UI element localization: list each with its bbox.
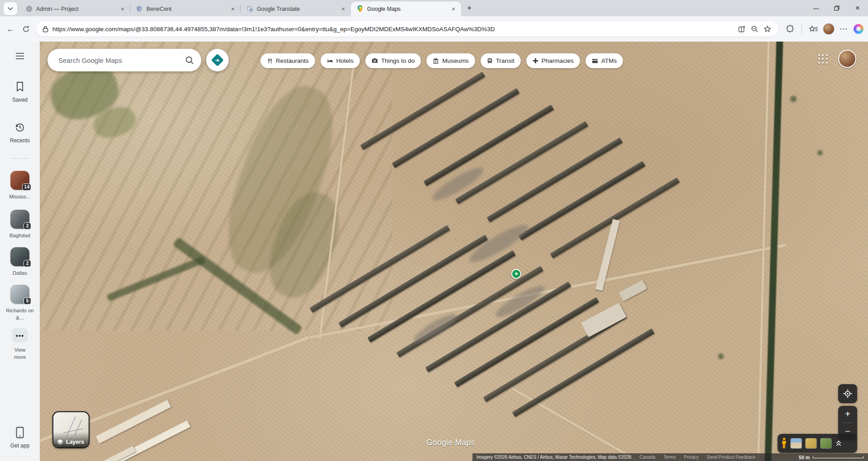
- chip-label: Restaurants: [276, 57, 309, 64]
- scale-label: 50 m: [799, 455, 810, 460]
- layers-control[interactable]: Layers: [52, 411, 90, 448]
- settings-ellipsis-icon[interactable]: ⋯: [836, 21, 852, 37]
- ellipsis-icon: •••: [12, 328, 28, 343]
- pegman-icon[interactable]: [781, 437, 787, 449]
- atm-card-icon: [592, 58, 598, 64]
- recent-place-baghdad[interactable]: 2 Baghdad: [0, 210, 40, 240]
- sidebar-item-recents[interactable]: Recents: [0, 122, 40, 144]
- chip-transit[interactable]: Transit: [481, 53, 521, 68]
- favorite-star-icon[interactable]: [761, 23, 774, 35]
- layers-label: Layers: [66, 439, 84, 445]
- sidebar-item-saved[interactable]: Saved: [0, 81, 40, 103]
- get-app-label: Get app: [10, 442, 30, 449]
- tab-google-maps-active[interactable]: Google Maps ×: [351, 1, 461, 16]
- minimize-button[interactable]: —: [806, 0, 826, 16]
- saved-label: Saved: [12, 96, 28, 103]
- imagery-toolbar: [778, 434, 857, 453]
- category-chips: Restaurants Hotels Things to do Museums …: [260, 53, 623, 68]
- imagery-option-default[interactable]: [790, 438, 802, 449]
- search-box[interactable]: Search Google Maps: [47, 49, 201, 71]
- refresh-button[interactable]: [18, 21, 33, 37]
- tree-row: [718, 353, 724, 359]
- chip-label: Transit: [496, 57, 514, 64]
- chip-hotels[interactable]: Hotels: [321, 53, 360, 68]
- phone-icon: [16, 427, 24, 438]
- place-badge: 2: [24, 222, 31, 230]
- satellite-map[interactable]: ⚑ Search Google Maps ➜ Restaurants Hotel…: [40, 42, 868, 461]
- chip-things-to-do[interactable]: Things to do: [365, 53, 421, 68]
- new-tab-button[interactable]: +: [463, 2, 476, 15]
- search-icon[interactable]: [185, 56, 194, 65]
- extensions-puzzle-icon[interactable]: [783, 21, 798, 37]
- chip-label: ATMs: [601, 57, 617, 64]
- train-icon: [487, 58, 493, 64]
- chip-museums[interactable]: Museums: [426, 53, 475, 68]
- imagery-credits: Imagery ©2026 Airbus, CNES / Airbus, Max…: [476, 455, 632, 460]
- place-badge: 14: [22, 183, 31, 191]
- close-tab-icon[interactable]: ×: [339, 5, 347, 13]
- tab-title: Google Maps: [367, 6, 446, 12]
- split-screen-icon[interactable]: [736, 23, 748, 35]
- view-more-label: View more: [10, 347, 30, 361]
- google-maps-pin-icon: [356, 5, 363, 13]
- shield-icon: [136, 5, 143, 13]
- favorites-bar-icon[interactable]: [806, 21, 821, 37]
- tab-google-translate[interactable]: Aa Google Translate ×: [241, 1, 351, 16]
- privacy-link[interactable]: Privacy: [684, 455, 699, 460]
- refresh-icon: [22, 25, 30, 33]
- copilot-icon[interactable]: [854, 24, 863, 34]
- sidebar-get-app[interactable]: Get app: [0, 427, 40, 449]
- terms-link[interactable]: Terms: [664, 455, 676, 460]
- account-avatar[interactable]: [838, 50, 856, 68]
- tab-benecent[interactable]: BeneCent ×: [130, 1, 241, 16]
- recent-place-dallas[interactable]: 2 Dallas: [0, 247, 40, 277]
- chip-label: Things to do: [381, 57, 415, 64]
- camera-icon: [372, 58, 378, 64]
- chip-label: Hotels: [336, 57, 354, 64]
- tree-row: [790, 96, 797, 102]
- hotels-icon: [327, 58, 333, 64]
- collapse-chevron-icon[interactable]: [836, 440, 841, 447]
- tab-title: Admin — Project: [36, 6, 115, 12]
- place-label: Mississ...: [9, 193, 30, 201]
- tab-admin-project[interactable]: Admin — Project ×: [20, 1, 130, 16]
- attribution-bar: Imagery ©2026 Airbus, CNES / Airbus, Max…: [472, 453, 868, 461]
- chevron-down-icon: [8, 7, 13, 10]
- recent-place-mississauga[interactable]: 14 Mississ...: [0, 171, 40, 201]
- back-button[interactable]: ←: [3, 21, 18, 37]
- recent-place-richardson[interactable]: 5 Richards on &...: [0, 285, 40, 321]
- zoom-out-page-icon[interactable]: [748, 23, 761, 35]
- address-bar[interactable]: https://www.google.com/maps/@33.8086736,…: [36, 21, 778, 37]
- chip-label: Pharmacies: [542, 57, 574, 64]
- close-tab-icon[interactable]: ×: [118, 5, 127, 13]
- place-badge: 5: [24, 297, 31, 305]
- google-apps-grid-icon[interactable]: [818, 54, 828, 64]
- close-tab-icon[interactable]: ×: [449, 5, 458, 13]
- google-maps-watermark: Google Maps: [426, 438, 475, 447]
- map-marker-green[interactable]: ⚑: [511, 269, 521, 279]
- browser-profile-avatar[interactable]: [823, 23, 835, 35]
- zoom-in-button[interactable]: +: [838, 406, 857, 423]
- feedback-link[interactable]: Send Product Feedback: [707, 455, 755, 460]
- recents-label: Recents: [10, 137, 30, 144]
- search-input[interactable]: Search Google Maps: [58, 56, 185, 64]
- close-window-button[interactable]: ×: [847, 0, 868, 16]
- restore-icon: [834, 5, 840, 11]
- sidebar-view-more[interactable]: ••• View more: [0, 328, 40, 361]
- place-thumbnail: 5: [10, 285, 29, 304]
- close-tab-icon[interactable]: ×: [229, 5, 237, 13]
- tab-actions-menu-button[interactable]: [4, 2, 17, 15]
- url-text: https://www.google.com/maps/@33.8086736,…: [52, 26, 736, 33]
- chip-restaurants[interactable]: Restaurants: [260, 53, 315, 68]
- place-thumbnail: 2: [10, 247, 29, 266]
- directions-button[interactable]: ➜: [206, 49, 229, 71]
- chip-label: Museums: [442, 57, 469, 64]
- main-menu-button[interactable]: [0, 52, 40, 60]
- chip-atms[interactable]: ATMs: [585, 53, 623, 68]
- my-location-button[interactable]: [838, 384, 857, 403]
- imagery-option-terrain[interactable]: [805, 438, 817, 449]
- restore-button[interactable]: [826, 0, 847, 16]
- imagery-option-vegetation[interactable]: [820, 438, 832, 449]
- chip-pharmacies[interactable]: Pharmacies: [526, 53, 580, 68]
- tab-title: Google Translate: [257, 6, 335, 12]
